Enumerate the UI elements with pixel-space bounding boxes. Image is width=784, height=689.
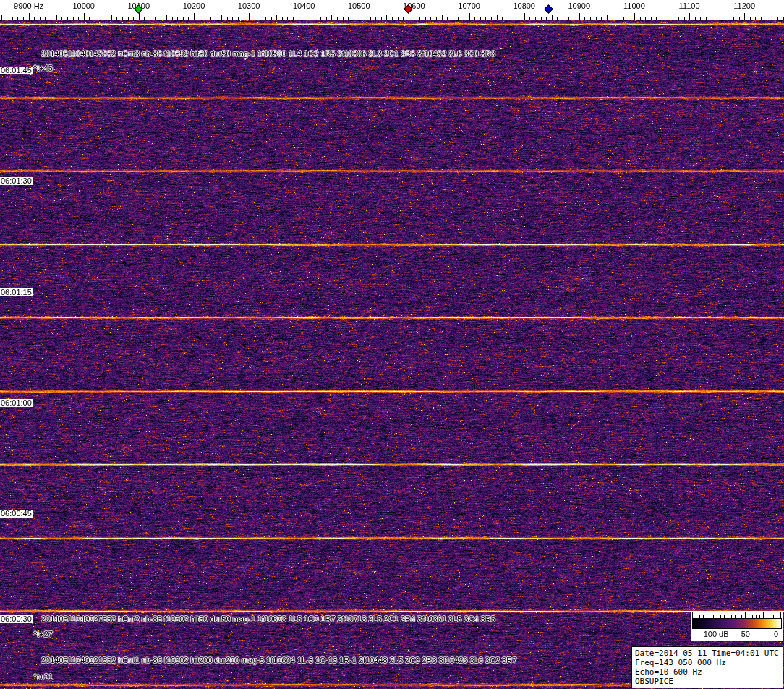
freq-tick [172,17,173,20]
freq-tick [139,13,140,20]
freq-tick [519,17,519,20]
detection-time-mark: ^t+45 [33,64,53,72]
freq-tick [596,17,597,20]
freq-tick [563,17,563,20]
freq-tick [133,17,134,20]
detection-text: 20140511040021552 hCnt1 nb-86 f10602 hit… [41,656,516,664]
freq-tick [386,15,387,20]
freq-tick-label: 10000 [72,1,95,10]
freq-tick [56,15,57,20]
frequency-ruler: 9900 Hz100001010010200103001040010500106… [0,0,784,20]
spectrogram-overlay: 06:01:4506:01:3006:01:1506:01:0006:00:45… [0,0,784,689]
freq-tick [601,17,602,20]
freq-tick [249,13,250,20]
detection-text: 20140511040027552 hCnt2 nb-85 f10602 hit… [41,615,495,623]
freq-tick [629,17,629,20]
freq-tick [684,17,685,20]
freq-tick [320,17,321,20]
db-tick [741,615,742,618]
db-tick [707,615,707,618]
blue-diamond-marker-icon[interactable] [544,4,553,14]
freq-tick [116,17,117,20]
spectrogram-app: 9900 Hz100001010010200103001040010500106… [0,0,784,689]
freq-tick [755,17,756,20]
freq-tick [403,17,404,20]
db-tick [745,612,746,618]
freq-tick [238,17,239,20]
freq-tick-label: 11000 [623,1,645,10]
time-label: 06:01:00 [0,399,33,407]
db-tick [752,615,753,618]
freq-tick [584,17,585,20]
freq-tick [678,17,679,20]
freq-tick [668,17,668,20]
freq-tick [398,17,399,20]
freq-tick [276,15,277,20]
db-tick [763,612,764,618]
freq-tick [557,17,558,20]
freq-tick [40,17,41,20]
freq-tick [210,17,211,20]
freq-tick [744,13,745,20]
freq-tick [155,17,156,20]
freq-tick [651,17,652,20]
db-tick [728,612,728,618]
freq-tick [442,15,443,20]
info-station: OBSUPICE [635,677,780,686]
freq-tick [299,17,299,20]
freq-tick [767,17,767,20]
freq-tick [524,13,525,20]
freq-tick [514,17,514,20]
time-label: 06:01:30 [0,177,33,185]
freq-tick [409,17,409,20]
db-tick [713,615,714,618]
freq-tick [331,15,332,20]
freq-tick-label: 10700 [458,1,480,10]
freq-tick [546,17,547,20]
freq-tick-label: 10200 [183,1,205,10]
freq-tick [623,17,624,20]
freq-tick [51,17,51,20]
freq-tick [67,17,68,20]
freq-tick [216,17,216,20]
freq-tick [419,17,420,20]
freq-tick [111,15,112,20]
db-tick [731,615,732,618]
freq-tick [634,13,635,20]
freq-tick [700,17,701,20]
freq-tick [183,17,184,20]
freq-tick [34,17,35,20]
freq-tick [464,17,464,20]
freq-tick [255,17,255,20]
freq-tick [375,17,376,20]
db-tick [710,612,710,618]
db-label-mid: -50 [738,630,750,638]
freq-tick [645,17,646,20]
db-label-max: 0 [774,630,778,638]
freq-tick [260,17,260,20]
db-tick [756,615,757,618]
db-scale-legend: -100 dB -50 0 [691,611,783,641]
freq-tick-label: 10800 [513,1,535,10]
freq-tick [469,13,470,20]
freq-tick-label: 10300 [238,1,260,10]
freq-tick [271,17,272,20]
freq-tick [508,17,508,20]
freq-tick [370,17,371,20]
freq-tick [78,17,79,20]
freq-tick [315,17,315,20]
freq-tick [343,17,344,20]
db-scale-labels: -100 dB -50 0 [692,629,782,639]
freq-tick [414,13,414,20]
freq-tick [84,13,85,20]
freq-tick [529,17,530,20]
freq-tick [485,17,486,20]
freq-tick [232,17,233,20]
db-tick [777,615,777,618]
freq-tick [695,17,696,20]
freq-tick [61,17,62,20]
freq-tick [772,15,772,20]
db-tick [735,615,736,618]
db-tick [720,615,721,618]
freq-tick [497,15,498,20]
